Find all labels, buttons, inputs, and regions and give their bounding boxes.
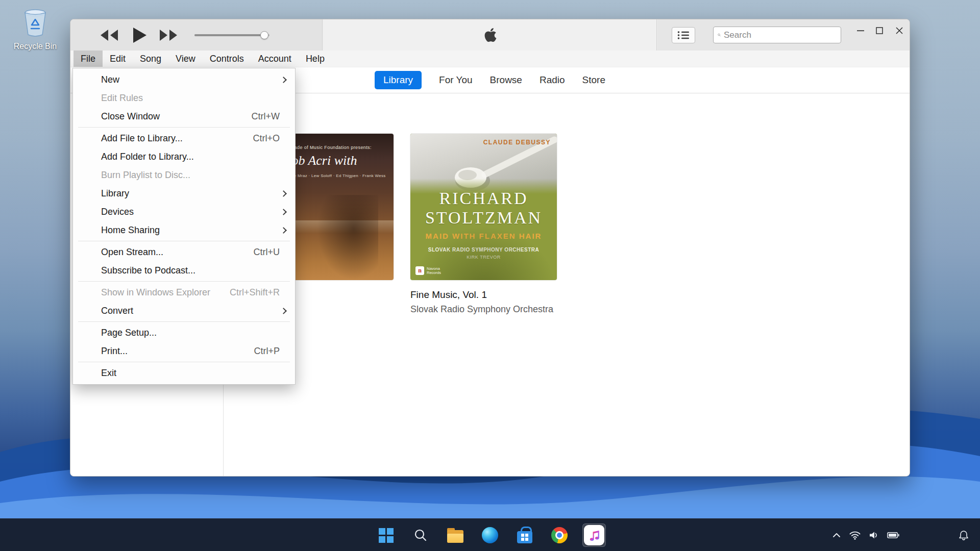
menu-item-library[interactable]: Library <box>73 184 295 203</box>
menu-edit[interactable]: Edit <box>103 51 133 67</box>
tab-store[interactable]: Store <box>582 74 605 86</box>
close-button[interactable] <box>890 23 909 38</box>
microsoft-store-button[interactable] <box>513 523 536 547</box>
menu-item-show-in-explorer: Show in Windows ExplorerCtrl+Shift+R <box>73 283 295 302</box>
windows-logo-icon <box>379 528 394 543</box>
menu-item-edit-rules: Edit Rules <box>73 89 295 107</box>
taskbar-center <box>374 519 606 551</box>
search-icon <box>718 31 721 39</box>
submenu-chevron-icon <box>280 308 287 314</box>
menu-item-new[interactable]: New <box>73 70 295 89</box>
menu-account[interactable]: Account <box>251 51 299 67</box>
submenu-chevron-icon <box>280 227 287 234</box>
file-explorer-button[interactable] <box>444 523 467 547</box>
menu-item-subscribe-to-podcast[interactable]: Subscribe to Podcast... <box>73 261 295 280</box>
search-icon <box>413 528 428 542</box>
wifi-icon[interactable] <box>849 531 861 540</box>
itunes-window: File Edit Song View Controls Account Hel… <box>70 19 910 477</box>
rewind-button[interactable] <box>99 19 119 51</box>
play-button[interactable] <box>131 19 149 51</box>
file-menu-dropdown: New Edit Rules Close WindowCtrl+W Add Fi… <box>72 68 296 385</box>
recycle-bin[interactable]: Recycle Bin <box>7 8 63 51</box>
itunes-icon <box>584 525 604 545</box>
store-icon <box>517 531 532 543</box>
volume-icon[interactable] <box>869 531 878 539</box>
menu-separator <box>78 362 290 362</box>
menu-item-home-sharing[interactable]: Home Sharing <box>73 221 295 239</box>
submenu-chevron-icon <box>280 190 287 197</box>
menu-separator <box>78 127 290 128</box>
menu-item-exit[interactable]: Exit <box>73 364 295 382</box>
menu-separator <box>78 281 290 282</box>
menu-item-add-folder-to-library[interactable]: Add Folder to Library... <box>73 147 295 166</box>
edge-icon <box>482 527 498 543</box>
menubar: File Edit Song View Controls Account Hel… <box>70 51 910 67</box>
menu-item-page-setup[interactable]: Page Setup... <box>73 323 295 342</box>
bell-icon <box>959 530 969 541</box>
battery-icon[interactable] <box>887 531 899 539</box>
menu-item-close-window[interactable]: Close WindowCtrl+W <box>73 107 295 126</box>
taskbar-search-button[interactable] <box>409 523 432 547</box>
volume-slider[interactable] <box>194 34 270 36</box>
chrome-button[interactable] <box>548 523 571 547</box>
recycle-bin-label: Recycle Bin <box>7 42 63 51</box>
fast-forward-icon <box>160 30 177 41</box>
menu-item-burn-playlist: Burn Playlist to Disc... <box>73 166 295 184</box>
itunes-toolbar <box>70 19 910 51</box>
album-artist-name: RICHARD STOLTZMAN <box>410 189 557 228</box>
apple-logo-icon <box>484 27 497 45</box>
search-box[interactable] <box>713 27 841 43</box>
album-caption: Fine Music, Vol. 1 Slovak Radio Symphony… <box>410 289 564 315</box>
fast-forward-button[interactable] <box>158 19 179 51</box>
tab-library[interactable]: Library <box>375 71 422 89</box>
recycle-bin-icon <box>21 8 49 38</box>
start-button[interactable] <box>374 523 398 547</box>
play-icon <box>133 28 146 43</box>
album-photo-figure <box>317 195 378 280</box>
volume-knob[interactable] <box>260 31 268 39</box>
menu-item-convert[interactable]: Convert <box>73 302 295 320</box>
volume-fill <box>194 34 264 36</box>
tab-browse[interactable]: Browse <box>490 74 522 86</box>
album-caption-title[interactable]: Fine Music, Vol. 1 <box>410 289 564 300</box>
menu-view[interactable]: View <box>168 51 203 67</box>
menu-separator <box>78 321 290 322</box>
menu-item-print[interactable]: Print...Ctrl+P <box>73 342 295 360</box>
folder-icon <box>447 530 463 543</box>
album-caption-artist[interactable]: Slovak Radio Symphony Orchestra <box>410 304 564 315</box>
rewind-icon <box>101 30 118 41</box>
itunes-button[interactable] <box>582 523 606 547</box>
view-list-button[interactable] <box>672 27 695 43</box>
minimize-button[interactable] <box>851 23 870 38</box>
taskbar <box>0 518 980 551</box>
menu-song[interactable]: Song <box>133 51 168 67</box>
notifications-button[interactable] <box>959 519 969 551</box>
menu-separator <box>78 241 290 241</box>
menu-item-open-stream[interactable]: Open Stream...Ctrl+U <box>73 243 295 261</box>
tab-radio[interactable]: Radio <box>540 74 565 86</box>
menu-controls[interactable]: Controls <box>203 51 251 67</box>
edge-button[interactable] <box>478 523 502 547</box>
tab-for-you[interactable]: For You <box>439 74 473 86</box>
desktop: Recycle Bin <box>0 0 980 551</box>
menu-help[interactable]: Help <box>299 51 332 67</box>
menu-item-devices[interactable]: Devices <box>73 203 295 221</box>
chrome-icon <box>551 527 568 543</box>
album-fine-music[interactable]: CLAUDE DEBUSSY RICHARD STOLTZMAN MAID WI… <box>410 134 557 280</box>
menu-item-add-file-to-library[interactable]: Add File to Library...Ctrl+O <box>73 129 295 147</box>
list-icon <box>677 31 690 40</box>
submenu-chevron-icon <box>280 209 287 215</box>
search-input[interactable] <box>724 30 837 40</box>
tray-chevron-up-icon[interactable] <box>832 533 841 538</box>
submenu-chevron-icon <box>280 77 287 83</box>
record-label-logo: n Navona Records <box>415 266 450 275</box>
album-composer: CLAUDE DEBUSSY <box>483 139 551 146</box>
maximize-button[interactable] <box>870 23 889 38</box>
menu-file[interactable]: File <box>74 51 103 67</box>
system-tray <box>832 519 899 551</box>
